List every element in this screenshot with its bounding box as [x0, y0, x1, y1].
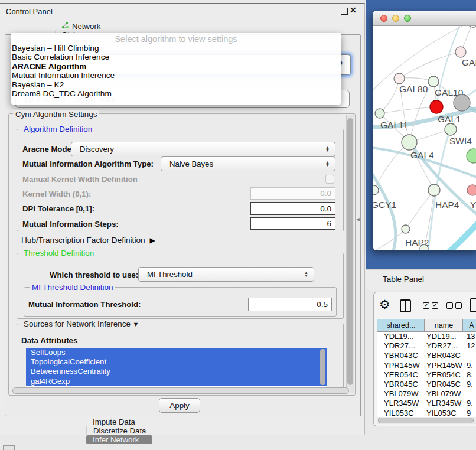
table-cell[interactable]: YIL053C: [424, 409, 462, 418]
tab-infer-network[interactable]: Infer Network: [86, 435, 152, 444]
table-row[interactable]: YPR145WYPR145W9.: [377, 361, 476, 370]
network-node[interactable]: [428, 184, 440, 196]
split-panel-icon[interactable]: [400, 299, 411, 312]
algorithm-option[interactable]: Bayesian – Hill Climbing: [11, 44, 341, 53]
table-row[interactable]: YER054CYER054C8.: [377, 370, 476, 380]
table-cell[interactable]: YBR045C: [377, 380, 424, 389]
table-row[interactable]: YDL19...YDL19...13: [377, 332, 476, 341]
table-cell[interactable]: YIL053C: [377, 409, 424, 418]
which-threshold-combobox[interactable]: MI Threshold ▲▼: [138, 267, 314, 282]
sources-title[interactable]: Sources for Network Inference ▼: [21, 319, 141, 328]
mi-algorithm-type-combobox[interactable]: Naive Bayes ▲▼: [161, 156, 335, 171]
network-node[interactable]: [402, 135, 417, 150]
column-header-partial[interactable]: A: [462, 319, 476, 332]
table-cell[interactable]: YLR345W: [424, 399, 462, 408]
table-cell[interactable]: YLR345W: [377, 399, 424, 408]
kernel-width-field[interactable]: 0.0: [250, 187, 335, 200]
table-cell[interactable]: YBL079W: [377, 389, 424, 399]
table-cell[interactable]: 13: [462, 332, 476, 341]
network-window-titlebar[interactable]: [373, 11, 476, 26]
table-cell[interactable]: YBR043C: [424, 351, 462, 360]
table-cell[interactable]: YBL079W: [424, 389, 462, 399]
table-cell[interactable]: YER054C: [424, 370, 462, 380]
table-cell[interactable]: YDL19...: [424, 332, 462, 341]
table-cell[interactable]: YPR145W: [377, 361, 424, 370]
network-node[interactable]: [375, 109, 384, 118]
checked-checkbox-icon[interactable]: ✓: [432, 302, 438, 309]
minimize-button[interactable]: [392, 15, 399, 22]
network-node[interactable]: [445, 123, 457, 135]
network-node[interactable]: [402, 225, 410, 233]
unchecked-checkbox-icon[interactable]: [455, 302, 462, 309]
float-window-icon[interactable]: [341, 8, 348, 15]
network-node[interactable]: [454, 94, 470, 111]
panel-collapse-arrow-icon[interactable]: ◀: [356, 217, 360, 222]
network-node[interactable]: [428, 76, 439, 87]
table-hscrollbar-thumb[interactable]: [378, 418, 474, 423]
table-cell[interactable]: 12: [462, 341, 476, 351]
network-node[interactable]: [455, 47, 466, 57]
algorithm-option[interactable]: Bayesian – K2: [11, 80, 341, 89]
manual-kernel-width-checkbox[interactable]: [325, 175, 334, 184]
close-button[interactable]: [380, 15, 387, 22]
table-cell[interactable]: YDR27...: [424, 341, 462, 351]
table-cell[interactable]: 9: [462, 409, 476, 418]
table-cell[interactable]: YDR27...: [377, 341, 424, 351]
table-cell[interactable]: YPR145W: [424, 361, 462, 370]
tab-discretize-data[interactable]: Discretize Data: [86, 426, 152, 435]
document-icon[interactable]: [470, 298, 476, 312]
algorithm-option[interactable]: Dream8 DC_TDC Algorithm: [11, 89, 341, 98]
table-row[interactable]: YBR043CYBR043C: [377, 351, 476, 360]
attribute-list-item[interactable]: gal4RGexp: [26, 377, 327, 386]
mutual-information-threshold-field[interactable]: 0.5: [248, 298, 332, 311]
settings-hscrollbar-thumb[interactable]: [12, 387, 349, 394]
column-header-shared[interactable]: shared...: [377, 319, 425, 332]
close-icon[interactable]: ✕: [350, 5, 357, 15]
table-cell[interactable]: YBR045C: [424, 380, 462, 389]
table-cell[interactable]: YDL19...: [377, 332, 424, 341]
table-row[interactable]: YBR045CYBR045C9.: [377, 380, 476, 389]
network-node[interactable]: [394, 73, 405, 84]
attribute-list-item[interactable]: TopologicalCoefficient: [26, 357, 327, 367]
table-row[interactable]: YBL079WYBL079W: [377, 389, 476, 399]
hub-transcription-factor-section[interactable]: Hub/Transcription Factor Definition▶: [21, 236, 155, 244]
zoom-button[interactable]: [404, 15, 411, 22]
column-header-name[interactable]: name: [424, 319, 463, 332]
table-cell[interactable]: 9.: [462, 380, 476, 389]
algorithm-option[interactable]: Mutual Information Inference: [11, 71, 341, 80]
table-cell[interactable]: YBR043C: [377, 351, 424, 360]
table-cell[interactable]: [462, 351, 476, 360]
settings-scrollbar-thumb[interactable]: [347, 118, 353, 385]
algorithm-option[interactable]: ARACNE Algorithm: [11, 62, 341, 71]
algorithm-option[interactable]: Basic Correlation Inference: [11, 53, 341, 61]
checked-checkbox-icon[interactable]: ✓: [423, 302, 429, 309]
table-cell[interactable]: YER054C: [377, 370, 424, 380]
network-node[interactable]: [373, 185, 379, 195]
tab-impute-data[interactable]: Impute Data: [86, 418, 152, 426]
network-node[interactable]: [420, 244, 428, 250]
table-cell[interactable]: [462, 389, 476, 399]
table-row[interactable]: YIL053CYIL053C9: [377, 409, 476, 418]
expand-right-icon[interactable]: ▶: [150, 236, 155, 244]
attribute-list-item[interactable]: SelfLoops: [26, 348, 327, 357]
network-node[interactable]: [430, 100, 443, 113]
unchecked-checkbox-icon[interactable]: [446, 302, 453, 309]
tab-network[interactable]: Network: [55, 21, 126, 31]
table-row[interactable]: YLR345WYLR345W9.: [377, 399, 476, 408]
apply-button[interactable]: Apply: [159, 398, 200, 413]
aracne-mode-combobox[interactable]: Discovery ▲▼: [71, 142, 335, 156]
gear-icon[interactable]: ⚙: [379, 298, 390, 312]
network-node[interactable]: [467, 185, 476, 195]
network-node[interactable]: [467, 149, 476, 163]
attribute-list-item[interactable]: BetweennessCentrality: [26, 367, 327, 376]
table-cell[interactable]: 9.: [462, 361, 476, 370]
mi-steps-field[interactable]: 6: [250, 217, 335, 230]
table-row[interactable]: YDR27...YDR27...12: [377, 341, 476, 351]
collapse-down-icon[interactable]: ▼: [133, 321, 139, 328]
attributes-scrollbar-thumb[interactable]: [320, 349, 325, 385]
dpi-tolerance-field[interactable]: 0.0: [250, 202, 335, 215]
network-canvas[interactable]: GALGAL80GAL10GAL1GAL11SWI4GAL4GCY1HAP4YH…: [373, 26, 476, 250]
docked-panel-icon[interactable]: [3, 445, 15, 450]
table-cell[interactable]: 9.: [462, 399, 476, 408]
network-node[interactable]: [467, 26, 476, 27]
